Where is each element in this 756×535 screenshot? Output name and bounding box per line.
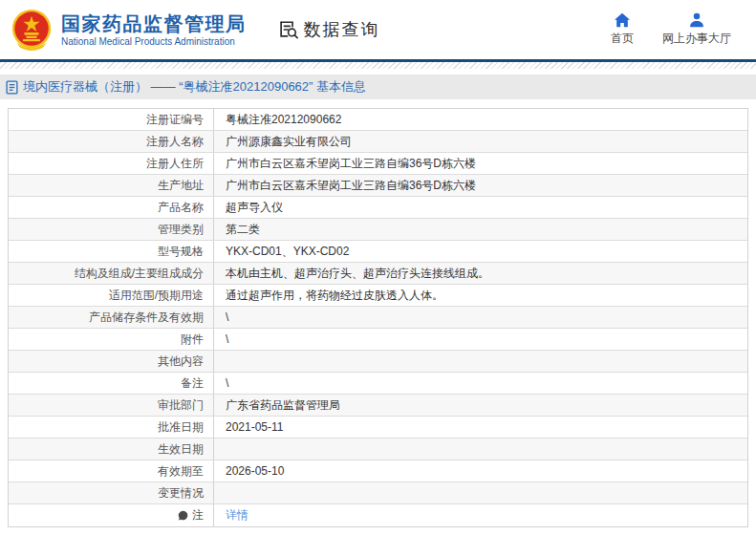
row-label-text: 注册人住所 — [146, 156, 204, 172]
table-row: 附件 \ — [9, 329, 747, 351]
brand: 国家药品监督管理局 National Medical Products Admi… — [10, 8, 247, 52]
row-value: 广州市白云区嘉禾望岗工业三路自编36号D栋六楼 — [214, 175, 747, 196]
row-label: 注 — [9, 504, 214, 526]
row-value: \ — [214, 329, 747, 350]
row-value: 第二类 — [214, 219, 747, 240]
brand-text: 国家药品监督管理局 National Medical Products Admi… — [61, 13, 247, 47]
row-label-text: 型号规格 — [158, 244, 204, 260]
person-icon — [688, 12, 705, 28]
table-row: 备注 \ — [9, 373, 747, 395]
row-value: 广州源康鑫实业有限公司 — [214, 131, 747, 152]
top-nav: 首页 网上办事大厅 — [611, 12, 745, 47]
row-value: 2026-05-10 — [214, 460, 747, 482]
row-value: YKX-CD01、YKX-CD02 — [214, 241, 747, 262]
row-label-text: 产品名称 — [158, 200, 204, 216]
table-row: 生产地址 广州市白云区嘉禾望岗工业三路自编36号D栋六楼 — [9, 175, 747, 197]
table-row: 批准日期 2021-05-11 — [9, 417, 747, 439]
row-label: 结构及组成/主要组成成分 — [9, 263, 214, 284]
table-row: 审批部门 广东省药品监督管理局 — [9, 395, 747, 417]
row-label: 型号规格 — [9, 241, 214, 262]
row-label: 批准日期 — [9, 417, 214, 438]
row-label-text: 有效期至 — [158, 463, 204, 480]
row-label-text: 生产地址 — [158, 178, 204, 194]
row-label-text: 产品储存条件及有效期 — [89, 310, 204, 326]
info-table: 注册证编号 粤械注准20212090662 注册人名称 广州源康鑫实业有限公司 … — [8, 108, 748, 527]
row-value: 广东省药品监督管理局 — [214, 395, 747, 416]
row-label-text: 变更情况 — [158, 485, 204, 502]
row-label-text: 审批部门 — [158, 397, 204, 414]
row-value — [214, 482, 747, 503]
row-label-text: 批准日期 — [158, 419, 204, 436]
doc-search-icon — [277, 19, 298, 40]
table-row: 变更情况 — [9, 482, 747, 504]
detail-link[interactable]: 详情 — [226, 507, 248, 524]
row-value: 详情 — [214, 504, 747, 526]
table-row: 其他内容 — [9, 351, 747, 373]
site-header: 国家药品监督管理局 National Medical Products Admi… — [0, 0, 756, 59]
org-name-cn: 国家药品监督管理局 — [61, 13, 247, 35]
row-label-text: 管理类别 — [158, 222, 204, 238]
row-value: 超声导入仪 — [214, 197, 747, 218]
row-label: 审批部门 — [9, 395, 214, 416]
table-row: 注册人名称 广州源康鑫实业有限公司 — [9, 131, 747, 153]
row-value — [214, 351, 747, 372]
nav-service-hall[interactable]: 网上办事大厅 — [662, 12, 731, 47]
note-icon — [178, 510, 188, 521]
table-row: 型号规格 YKX-CD01、YKX-CD02 — [9, 241, 747, 263]
row-label-text: 适用范围/预期用途 — [109, 288, 204, 304]
row-label: 生产地址 — [9, 175, 214, 196]
row-label-text: 生效日期 — [158, 441, 204, 458]
row-value: \ — [214, 373, 747, 394]
row-label-text: 注册人名称 — [146, 134, 204, 150]
row-value: 通过超声作用，将药物经过皮肤透入人体。 — [214, 285, 747, 306]
row-label: 注册人名称 — [9, 131, 214, 152]
row-value — [214, 439, 747, 460]
row-label-text: 结构及组成/主要组成成分 — [75, 266, 204, 282]
row-label: 附件 — [9, 329, 214, 350]
row-value: \ — [214, 307, 747, 328]
page-title: 境内医疗器械（注册） —— “粤械注准20212090662” 基本信息 — [23, 78, 366, 96]
row-label: 变更情况 — [9, 482, 214, 503]
row-value: 粤械注准20212090662 — [214, 109, 747, 130]
row-label: 适用范围/预期用途 — [9, 285, 214, 306]
table-row: 管理类别 第二类 — [9, 219, 747, 241]
row-label-text: 其他内容 — [158, 353, 204, 370]
row-label: 管理类别 — [9, 219, 214, 240]
home-icon — [614, 12, 631, 28]
row-value: 2021-05-11 — [214, 417, 747, 438]
org-name-en: National Medical Products Administration — [61, 36, 247, 47]
table-row: 有效期至 2026-05-10 — [9, 460, 747, 482]
nav-home[interactable]: 首页 — [611, 12, 634, 47]
table-row: 注册人住所 广州市白云区嘉禾望岗工业三路自编36号D栋六楼 — [9, 153, 747, 175]
nav-home-label: 首页 — [611, 31, 634, 47]
table-row: 适用范围/预期用途 通过超声作用，将药物经过皮肤透入人体。 — [9, 285, 747, 307]
row-label: 其他内容 — [9, 351, 214, 372]
table-row: 生效日期 — [9, 439, 747, 460]
row-label: 生效日期 — [9, 439, 214, 460]
row-value: 本机由主机、超声治疗头、超声治疗头连接线组成。 — [214, 263, 747, 284]
row-label: 注册证编号 — [9, 109, 214, 130]
table-row: 结构及组成/主要组成成分 本机由主机、超声治疗头、超声治疗头连接线组成。 — [9, 263, 747, 285]
row-label-text: 注 — [192, 507, 204, 524]
stripe-band — [0, 62, 756, 69]
breadcrumb: 境内医疗器械（注册） —— “粤械注准20212090662” 基本信息 — [0, 75, 756, 99]
row-value: 广州市白云区嘉禾望岗工业三路自编36号D栋六楼 — [214, 153, 747, 174]
table-row: 产品储存条件及有效期 \ — [9, 307, 747, 329]
row-label: 注册人住所 — [9, 153, 214, 174]
row-label: 备注 — [9, 373, 214, 394]
data-query-label: 数据查询 — [304, 18, 380, 41]
row-label: 产品储存条件及有效期 — [9, 307, 214, 328]
nav-service-hall-label: 网上办事大厅 — [662, 31, 731, 47]
table-row: 注册证编号 粤械注准20212090662 — [9, 109, 747, 131]
row-label-text: 附件 — [181, 332, 204, 348]
table-row: 注 详情 — [9, 504, 747, 526]
row-label-text: 注册证编号 — [146, 112, 204, 128]
row-label-text: 备注 — [181, 375, 204, 392]
row-label: 有效期至 — [9, 460, 214, 482]
document-icon — [6, 80, 18, 95]
row-label: 产品名称 — [9, 197, 214, 218]
national-emblem-icon — [10, 8, 54, 52]
table-row: 产品名称 超声导入仪 — [9, 197, 747, 219]
data-query-link[interactable]: 数据查询 — [277, 18, 380, 41]
